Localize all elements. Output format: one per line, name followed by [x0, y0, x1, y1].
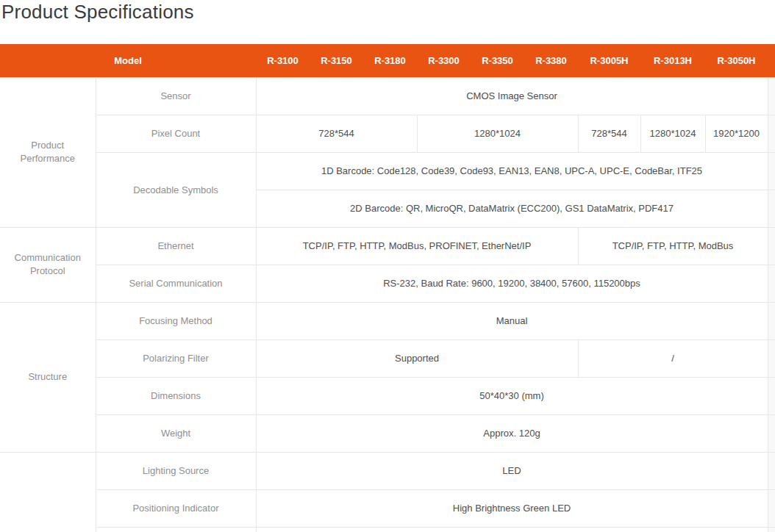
spec-label-polarizing-filter: Polarizing Filter	[96, 339, 256, 377]
row-stub-cell	[768, 190, 775, 227]
value-cell-serial-communication: RS-232, Baud Rate: 9600, 19200, 38400, 5…	[256, 265, 768, 302]
table-row-ethernet: Communication Protocol Ethernet TCP/IP, …	[0, 227, 775, 265]
value-cell-dimensions: 50*40*30 (mm)	[256, 377, 768, 414]
category-cell-bottom	[0, 452, 96, 532]
model-column-header: R-3300	[417, 44, 471, 77]
value-cell-pixel-count: 728*544	[256, 115, 417, 152]
spec-label-lighting-source: Lighting Source	[96, 452, 256, 489]
row-stub-cell	[768, 115, 775, 152]
model-column-header: R-3380	[524, 44, 578, 77]
model-column-header: R-3005H	[578, 44, 640, 77]
category-cell-communication-protocol: Communication Protocol	[0, 227, 96, 302]
table-row-sensor: Product Performance Sensor CMOS Image Se…	[0, 77, 775, 115]
model-column-header: R-3350	[471, 44, 524, 77]
model-header-cell: Model	[0, 44, 256, 77]
value-cell-pixel-count: 1280*1024	[640, 115, 705, 152]
spec-table: Model R-3100 R-3150 R-3180 R-3300 R-3350…	[0, 44, 775, 532]
row-stub-cell	[768, 452, 775, 489]
table-row-weight: Weight Approx. 120g	[0, 414, 775, 452]
table-row-lighting-source: Lighting Source LED	[0, 452, 775, 489]
row-stub-cell	[768, 302, 775, 339]
table-row-polarizing-filter: Polarizing Filter Supported /	[0, 339, 775, 377]
row-stub-cell	[768, 77, 775, 115]
spec-label-decodable-symbols: Decodable Symbols	[96, 152, 256, 227]
model-column-header: R-3013H	[640, 44, 705, 77]
spec-label-serial-communication: Serial Communication	[96, 265, 256, 302]
table-row-decodable-symbols-1d: Decodable Symbols 1D Barcode: Code128, C…	[0, 152, 775, 190]
spec-label-positioning-indicator: Positioning Indicator	[96, 489, 256, 527]
spec-label-pixel-count: Pixel Count	[96, 115, 256, 152]
value-cell-empty	[256, 527, 768, 532]
spec-table-wrapper: Model R-3100 R-3150 R-3180 R-3300 R-3350…	[0, 44, 775, 532]
spec-label-weight: Weight	[96, 414, 256, 452]
row-stub-cell	[768, 227, 775, 265]
value-cell-lighting-source: LED	[256, 452, 768, 489]
category-cell-structure: Structure	[0, 302, 96, 452]
value-cell-ethernet: TCP/IP, FTP, HTTP, ModBus, PROFINET, Eth…	[256, 227, 578, 265]
product-spec-page: Product Specifications Model R-3100 R-31…	[0, 0, 775, 532]
model-column-header: R-3150	[310, 44, 363, 77]
value-cell-polarizing-filter: /	[578, 339, 768, 377]
row-stub-cell	[768, 339, 775, 377]
row-stub-cell	[768, 527, 775, 532]
value-cell-1d-barcode: 1D Barcode: Code128, Code39, Code93, EAN…	[256, 152, 768, 190]
spec-label-ethernet: Ethernet	[96, 227, 256, 265]
table-row-focusing-method: Structure Focusing Method Manual	[0, 302, 775, 339]
value-cell-pixel-count: 1920*1200	[705, 115, 768, 152]
value-cell-ethernet: TCP/IP, FTP, HTTP, ModBus	[578, 227, 768, 265]
page-title: Product Specifications	[0, 0, 775, 23]
row-stub-cell	[768, 414, 775, 452]
model-column-header: R-3180	[363, 44, 417, 77]
spec-label-sensor: Sensor	[96, 77, 256, 115]
category-cell-product-performance: Product Performance	[0, 77, 96, 227]
value-cell-weight: Approx. 120g	[256, 414, 768, 452]
model-column-header: R-3100	[256, 44, 310, 77]
table-row-dimensions: Dimensions 50*40*30 (mm)	[0, 377, 775, 414]
spec-label-focusing-method: Focusing Method	[96, 302, 256, 339]
value-cell-pixel-count: 728*544	[578, 115, 640, 152]
value-cell-positioning-indicator: High Brightness Green LED	[256, 489, 768, 527]
spec-label-empty	[96, 527, 256, 532]
value-cell-focusing-method: Manual	[256, 302, 768, 339]
value-cell-2d-barcode: 2D Barcode: QR, MicroQR, DataMatrix (ECC…	[256, 190, 768, 227]
table-row-serial-communication: Serial Communication RS-232, Baud Rate: …	[0, 265, 775, 302]
header-stub-cell	[768, 44, 775, 77]
spec-label-dimensions: Dimensions	[96, 377, 256, 414]
value-cell-pixel-count: 1280*1024	[417, 115, 578, 152]
row-stub-cell	[768, 377, 775, 414]
table-row-positioning-indicator: Positioning Indicator High Brightness Gr…	[0, 489, 775, 527]
model-header-row: Model R-3100 R-3150 R-3180 R-3300 R-3350…	[0, 44, 775, 77]
row-stub-cell	[768, 489, 775, 527]
row-stub-cell	[768, 265, 775, 302]
row-stub-cell	[768, 152, 775, 190]
model-column-header: R-3050H	[705, 44, 768, 77]
table-row-pixel-count: Pixel Count 728*544 1280*1024 728*544 12…	[0, 115, 775, 152]
value-cell-polarizing-filter: Supported	[256, 339, 578, 377]
table-row-cutoff	[0, 527, 775, 532]
value-cell-sensor: CMOS Image Sensor	[256, 77, 768, 115]
